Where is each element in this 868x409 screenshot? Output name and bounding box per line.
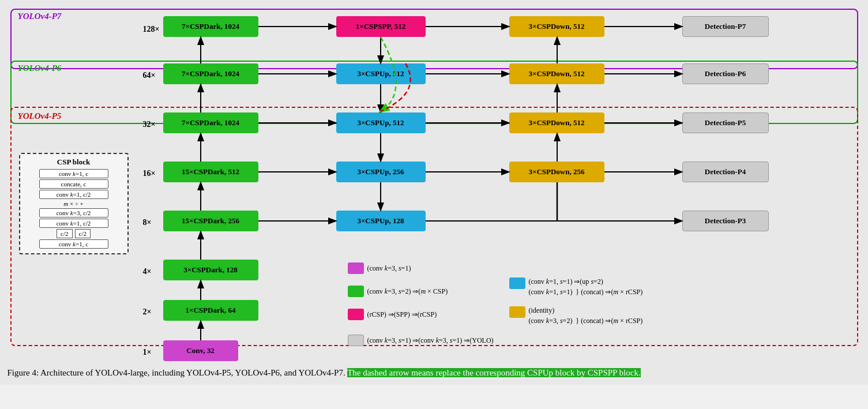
csp-c2-right: c/2 — [75, 229, 91, 238]
block-cspspp-512: 1×CSPSPP, 512 — [336, 16, 426, 37]
legend-purple: (conv k=3, s=1) — [348, 262, 411, 274]
legend-green-text: (conv k=3, s=2) ⇒(m × CSP) — [367, 287, 448, 296]
block-detection-p4: Detection-P4 — [682, 162, 769, 182]
legend-gray-text: (conv k=3, s=1) ⇒(conv k=3, s=1) ⇒(YOLO) — [367, 336, 494, 345]
block-cspdark-64: 1×CSPDark, 64 — [163, 300, 258, 321]
mult-64x: 64× — [143, 71, 156, 80]
label-yolov4-p5: YOLOv4-P5 — [18, 111, 62, 121]
mult-2x: 2× — [143, 307, 152, 317]
legend-yellow-box — [509, 306, 525, 318]
block-detection-p5: Detection-P5 — [682, 112, 769, 133]
block-cspdark-512-p4: 15×CSPDark, 512 — [163, 162, 258, 182]
block-cspdark-128: 3×CSPDark, 128 — [163, 260, 258, 280]
legend-gray: (conv k=3, s=1) ⇒(conv k=3, s=1) ⇒(YOLO) — [348, 335, 494, 346]
legend-purple-box — [348, 262, 364, 274]
block-detection-p7: Detection-P7 — [682, 16, 769, 37]
block-cspdown-512-p5: 3×CSPDown, 512 — [509, 112, 604, 133]
legend-purple-text: (conv k=3, s=1) — [367, 264, 411, 273]
block-cspdark-256-p3: 15×CSPDark, 256 — [163, 211, 258, 231]
legend-yellow-text: (identity)(conv k=3, s=2) } (concat) ⇒(m… — [529, 305, 643, 326]
mult-1x: 1× — [143, 348, 152, 357]
caption-prefix: Figure 4: Architecture of YOLOv4-large, … — [7, 368, 345, 377]
csp-c2-left: c/2 — [57, 229, 72, 238]
csp-block-diagram: CSP block conv k=1, c concate, c conv k=… — [19, 153, 129, 254]
block-cspup-256-p4: 3×CSPUp, 256 — [336, 162, 426, 182]
block-cspup-128-p3: 3×CSPUp, 128 — [336, 211, 426, 231]
block-cspdown-256-p4: 3×CSPDown, 256 — [509, 162, 604, 182]
legend-pink-text: (rCSP) ⇒(SPP) ⇒(rCSP) — [367, 310, 437, 319]
csp-concate: concate, c — [39, 179, 108, 189]
diagram-area: YOLOv4-P7 YOLOv4-P6 YOLOv4-P5 128× 7×CSP… — [7, 6, 861, 363]
block-cspdark-1024-p6: 7×CSPDark, 1024 — [163, 63, 258, 84]
legend-pink: (rCSP) ⇒(SPP) ⇒(rCSP) — [348, 309, 437, 320]
csp-conv-k1-c2-2: conv k=1, c/2 — [39, 219, 108, 228]
block-cspdown-512-p7: 3×CSPDown, 512 — [509, 16, 604, 37]
csp-formula: m × ÷ + — [24, 200, 124, 207]
mult-128x: 128× — [143, 25, 160, 34]
block-conv-32: Conv, 32 — [163, 340, 238, 361]
mult-32x: 32× — [143, 120, 156, 129]
outer-container: YOLOv4-P7 YOLOv4-P6 YOLOv4-P5 128× 7×CSP… — [0, 0, 868, 385]
mult-8x: 8× — [143, 218, 152, 227]
csp-conv-k3-c2: conv k=3, c/2 — [39, 208, 108, 217]
legend-blue-box — [509, 277, 525, 289]
legend-blue-text: (conv k=1, s=1) ⇒(up s=2)(conv k=1, s=1)… — [529, 276, 643, 297]
mult-16x: 16× — [143, 169, 156, 178]
block-detection-p6: Detection-P6 — [682, 63, 769, 84]
legend-blue: (conv k=1, s=1) ⇒(up s=2)(conv k=1, s=1)… — [509, 276, 643, 297]
legend-yellow: (identity)(conv k=3, s=2) } (concat) ⇒(m… — [509, 305, 643, 326]
legend-gray-box — [348, 335, 364, 346]
label-yolov4-p6: YOLOv4-P6 — [18, 63, 62, 73]
csp-conv-k1-c-bot: conv k=1, c — [39, 239, 108, 249]
block-cspdown-512-p6: 3×CSPDown, 512 — [509, 63, 604, 84]
block-detection-p3: Detection-P3 — [682, 211, 769, 231]
csp-block-title: CSP block — [24, 157, 124, 167]
mult-4x: 4× — [143, 267, 152, 276]
legend-green-box — [348, 286, 364, 297]
caption-highlight: The dashed arrow means replace the corre… — [347, 368, 641, 377]
block-cspdark-1024-p5: 7×CSPDark, 1024 — [163, 112, 258, 133]
csp-conv-k1-c-top: conv k=1, c — [39, 169, 108, 178]
legend-green: (conv k=3, s=2) ⇒(m × CSP) — [348, 286, 448, 297]
label-yolov4-p7: YOLOv4-P7 — [18, 12, 62, 21]
block-cspup-512-p6: 3×CSPUp, 512 — [336, 63, 426, 84]
block-cspup-512-p5: 3×CSPUp, 512 — [336, 112, 426, 133]
block-cspdark-1024-p7: 7×CSPDark, 1024 — [163, 16, 258, 37]
legend-pink-box — [348, 309, 364, 320]
csp-conv-k1-c2-1: conv k=1, c/2 — [39, 190, 108, 199]
figure-caption: Figure 4: Architecture of YOLOv4-large, … — [7, 367, 861, 379]
